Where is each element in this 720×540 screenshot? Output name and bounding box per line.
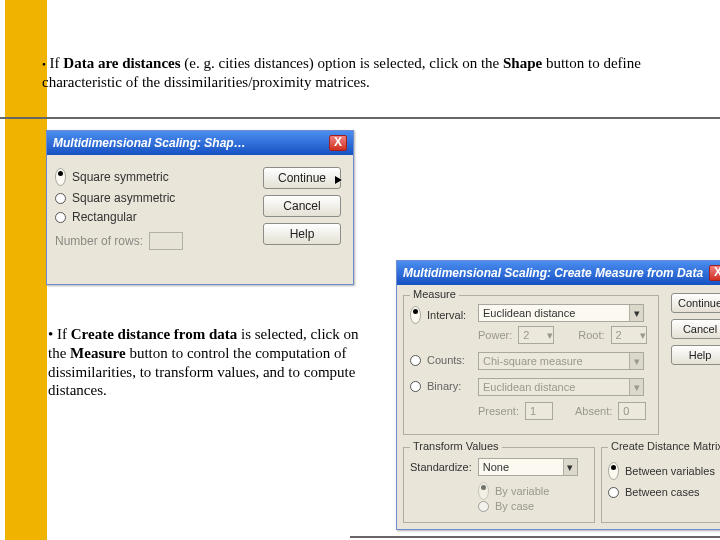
radio-label: Between variables — [625, 465, 715, 477]
radio-label: Rectangular — [72, 210, 137, 224]
root-field: 2▾ — [611, 326, 647, 344]
power-label: Power: — [478, 329, 512, 341]
number-of-rows-label: Number of rows: — [55, 234, 143, 248]
radio-label: Binary: — [427, 380, 461, 392]
root-label: Root: — [578, 329, 604, 341]
radio-square-symmetric[interactable]: Square symmetric — [55, 168, 255, 186]
divider — [0, 117, 720, 119]
help-button[interactable]: Help — [263, 223, 341, 245]
continue-button[interactable]: Continue — [671, 293, 720, 313]
radio-icon — [410, 306, 421, 324]
radio-counts[interactable]: Counts: — [410, 354, 465, 366]
measure-dialog-titlebar[interactable]: Multidimensional Scaling: Create Measure… — [397, 261, 720, 285]
measure-groupbox: Measure Interval: Euclidean distance ▾ P… — [403, 295, 659, 435]
divider — [350, 536, 720, 538]
standardize-label: Standardize: — [410, 461, 472, 473]
measure-dialog-title: Multidimensional Scaling: Create Measure… — [403, 266, 703, 280]
interval-select[interactable]: Euclidean distance ▾ — [478, 304, 644, 322]
t: Shape — [503, 55, 542, 71]
radio-by-case: By case — [478, 500, 534, 512]
radio-icon — [608, 487, 619, 498]
number-of-rows-input — [149, 232, 183, 250]
radio-between-cases[interactable]: Between cases — [608, 486, 700, 498]
t: Create distance from data — [71, 326, 238, 342]
t: Data are distances — [63, 55, 180, 71]
cancel-button[interactable]: Cancel — [263, 195, 341, 217]
chevron-down-icon: ▾ — [629, 305, 643, 321]
counts-select: Chi-square measure ▾ — [478, 352, 644, 370]
number-of-rows-row: Number of rows: — [55, 232, 255, 250]
transform-groupbox: Transform Values Standardize: None ▾ By … — [403, 447, 595, 523]
radio-between-variables[interactable]: Between variables — [608, 462, 715, 480]
shape-dialog-titlebar[interactable]: Multidimensional Scaling: Shap… X — [47, 131, 353, 155]
radio-label: By case — [495, 500, 534, 512]
radio-icon — [410, 381, 421, 392]
radio-icon — [55, 212, 66, 223]
cancel-button[interactable]: Cancel — [671, 319, 720, 339]
shape-dialog: Multidimensional Scaling: Shap… X Square… — [46, 130, 354, 285]
close-icon[interactable]: X — [709, 265, 720, 281]
select-value: Euclidean distance — [483, 305, 575, 321]
bullet-1-text: • If Data are distances (e. g. cities di… — [42, 54, 652, 92]
slide-accent-stripe — [5, 0, 47, 540]
binary-select: Euclidean distance ▾ — [478, 378, 644, 396]
radio-label: Interval: — [427, 309, 466, 321]
radio-label: Square symmetric — [72, 170, 169, 184]
radio-by-variable: By variable — [478, 482, 549, 500]
select-value: Euclidean distance — [483, 379, 575, 395]
continue-button[interactable]: Continue — [263, 167, 341, 189]
radio-icon — [410, 355, 421, 366]
radio-label: Square asymmetric — [72, 191, 175, 205]
groupbox-label: Transform Values — [410, 440, 502, 452]
create-distance-matrix-groupbox: Create Distance Matrix Between variables… — [601, 447, 720, 523]
shape-dialog-title: Multidimensional Scaling: Shap… — [53, 136, 246, 150]
chevron-down-icon: ▾ — [563, 459, 577, 475]
radio-icon — [608, 462, 619, 480]
close-icon[interactable]: X — [329, 135, 347, 151]
radio-binary[interactable]: Binary: — [410, 380, 461, 392]
groupbox-label: Create Distance Matrix — [608, 440, 720, 452]
radio-label: Between cases — [625, 486, 700, 498]
t: (e. g. cities distances) option is selec… — [181, 55, 503, 71]
radio-icon — [478, 501, 489, 512]
radio-label: Counts: — [427, 354, 465, 366]
groupbox-label: Measure — [410, 288, 459, 300]
radio-interval[interactable]: Interval: — [410, 306, 466, 324]
help-button[interactable]: Help — [671, 345, 720, 365]
bullet-2-text: • If Create distance from data is select… — [48, 325, 368, 400]
t: If — [50, 55, 64, 71]
select-value: Chi-square measure — [483, 353, 583, 369]
radio-square-asymmetric[interactable]: Square asymmetric — [55, 191, 255, 205]
present-label: Present: — [478, 405, 519, 417]
chevron-down-icon: ▾ — [547, 327, 553, 343]
select-value: None — [483, 459, 509, 475]
radio-icon — [55, 193, 66, 204]
t: If — [57, 326, 71, 342]
standardize-select[interactable]: None ▾ — [478, 458, 578, 476]
present-field: 1 — [525, 402, 553, 420]
chevron-down-icon: ▾ — [629, 379, 643, 395]
absent-field: 0 — [618, 402, 646, 420]
radio-icon — [55, 168, 66, 186]
absent-label: Absent: — [575, 405, 612, 417]
radio-icon — [478, 482, 489, 500]
radio-rectangular[interactable]: Rectangular — [55, 210, 255, 224]
radio-label: By variable — [495, 485, 549, 497]
measure-dialog: Multidimensional Scaling: Create Measure… — [396, 260, 720, 530]
t: Measure — [70, 345, 126, 361]
power-field: 2▾ — [518, 326, 554, 344]
chevron-down-icon: ▾ — [640, 327, 646, 343]
chevron-down-icon: ▾ — [629, 353, 643, 369]
